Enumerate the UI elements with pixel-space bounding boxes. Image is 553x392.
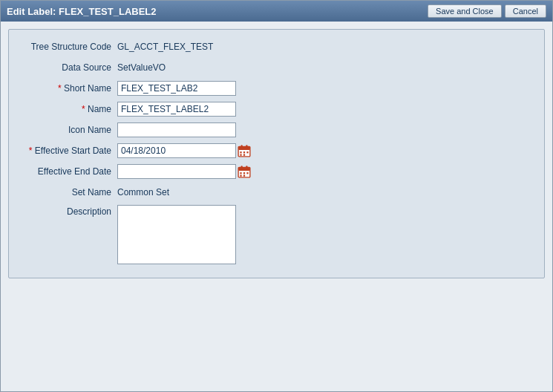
effective-end-date-wrapper	[117, 164, 251, 179]
svg-rect-2	[241, 145, 243, 148]
svg-rect-17	[243, 175, 245, 177]
save-and-close-button[interactable]: Save and Close	[428, 4, 502, 18]
effective-end-date-input[interactable]	[117, 164, 236, 179]
effective-start-date-row: Effective Start Date	[21, 143, 532, 159]
description-label: Description	[21, 205, 117, 217]
set-name-value: Common Set	[117, 187, 169, 197]
effective-start-date-input[interactable]	[117, 143, 236, 158]
name-label: Name	[21, 104, 117, 114]
svg-rect-3	[246, 145, 247, 148]
effective-start-date-wrapper	[117, 143, 251, 158]
description-input[interactable]	[117, 205, 236, 264]
effective-end-date-row: Effective End Date	[21, 163, 532, 180]
svg-rect-5	[243, 151, 245, 153]
dialog-body: Tree Structure Code GL_ACCT_FLEX_TEST Da…	[1, 22, 552, 391]
svg-rect-13	[240, 172, 241, 174]
tree-structure-code-row: Tree Structure Code GL_ACCT_FLEX_TEST	[21, 39, 532, 55]
name-input[interactable]	[117, 102, 236, 117]
short-name-label: Short Name	[21, 83, 117, 94]
data-source-value: SetValueVO	[117, 62, 166, 73]
edit-label-dialog: Edit Label: FLEX_TEST_LABEL2 Save and Cl…	[0, 0, 553, 392]
svg-rect-1	[238, 146, 250, 150]
tree-structure-code-label: Tree Structure Code	[21, 42, 117, 52]
dialog-title: Edit Label: FLEX_TEST_LABEL2	[7, 6, 157, 17]
icon-name-row: Icon Name	[21, 122, 532, 138]
description-row: Description	[21, 205, 532, 264]
svg-rect-14	[243, 172, 245, 174]
svg-rect-4	[240, 151, 241, 153]
set-name-label: Set Name	[21, 187, 117, 197]
header-buttons: Save and Close Cancel	[428, 4, 546, 18]
svg-rect-8	[243, 154, 245, 156]
effective-end-date-label: Effective End Date	[21, 166, 117, 177]
svg-rect-16	[240, 175, 241, 177]
form-panel: Tree Structure Code GL_ACCT_FLEX_TEST Da…	[8, 29, 545, 278]
cancel-button[interactable]: Cancel	[505, 4, 546, 18]
svg-rect-11	[241, 166, 243, 169]
effective-end-date-calendar-icon[interactable]	[238, 165, 251, 178]
svg-rect-6	[246, 151, 248, 153]
name-row: Name	[21, 101, 532, 117]
effective-start-date-label: Effective Start Date	[21, 146, 117, 156]
icon-name-input[interactable]	[117, 122, 236, 137]
data-source-label: Data Source	[21, 62, 117, 73]
effective-start-date-calendar-icon[interactable]	[238, 144, 251, 157]
svg-rect-7	[240, 154, 241, 156]
short-name-row: Short Name	[21, 80, 532, 97]
dialog-header: Edit Label: FLEX_TEST_LABEL2 Save and Cl…	[1, 1, 552, 22]
data-source-row: Data Source SetValueVO	[21, 59, 532, 76]
icon-name-label: Icon Name	[21, 125, 117, 135]
short-name-input[interactable]	[117, 81, 236, 96]
svg-rect-10	[238, 167, 250, 171]
tree-structure-code-value: GL_ACCT_FLEX_TEST	[117, 42, 213, 52]
svg-rect-15	[246, 172, 248, 174]
svg-rect-12	[246, 166, 247, 169]
set-name-row: Set Name Common Set	[21, 184, 532, 200]
